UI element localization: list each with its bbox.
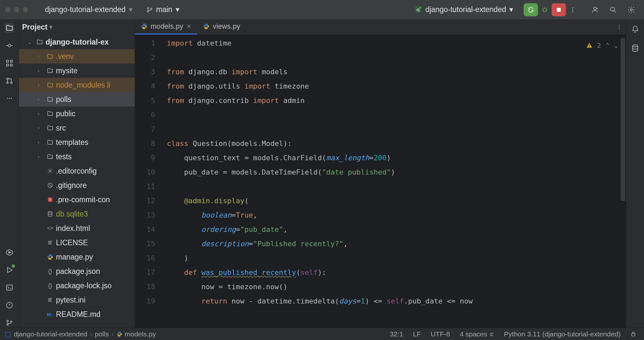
svg-point-22 xyxy=(7,98,8,99)
svg-rect-7 xyxy=(557,8,561,12)
more-actions-icon[interactable] xyxy=(569,6,577,14)
left-tool-strip xyxy=(0,19,19,328)
project-tool-header[interactable]: Project ▾ xyxy=(19,19,135,35)
tree-item[interactable]: ⌄django-tutorial-ex xyxy=(19,35,135,49)
git-branch-selector[interactable]: main ▾ xyxy=(146,5,180,14)
caret-position[interactable]: 32:1 xyxy=(387,330,407,338)
inspection-widget[interactable]: 2 ⌃ ⌄ xyxy=(586,38,618,52)
tree-arrow-icon[interactable]: › xyxy=(38,111,44,117)
tree-arrow-icon[interactable]: › xyxy=(38,68,44,74)
tree-arrow-icon[interactable]: › xyxy=(38,82,44,88)
services-tool-icon[interactable] xyxy=(5,248,14,257)
tree-item[interactable]: ›.venv xyxy=(19,49,135,64)
commit-tool-icon[interactable] xyxy=(5,41,14,50)
svg-point-11 xyxy=(594,7,596,10)
pull-requests-icon[interactable] xyxy=(5,76,14,86)
python-icon xyxy=(203,23,209,30)
tree-item[interactable]: ›tests xyxy=(19,149,135,164)
project-tree[interactable]: ⌄django-tutorial-ex›.venv›mysite›node_mo… xyxy=(19,35,135,328)
minimize-dot[interactable] xyxy=(14,7,19,12)
project-selector[interactable]: django-tutorial-extended ▾ xyxy=(45,5,133,14)
tabs-menu-icon[interactable] xyxy=(613,19,626,35)
database-tool-icon[interactable] xyxy=(630,43,640,53)
tree-item-label: .venv xyxy=(56,52,74,61)
tree-item[interactable]: .gitignore xyxy=(19,178,135,192)
terminal-tool-icon[interactable] xyxy=(5,283,14,292)
maximize-dot[interactable] xyxy=(23,7,28,12)
tree-item[interactable]: M↓README.md xyxy=(19,307,135,321)
stop-button[interactable] xyxy=(552,3,566,16)
tree-item[interactable]: ›public xyxy=(19,106,135,121)
tree-item[interactable]: pytest.ini xyxy=(19,293,135,307)
tree-arrow-icon[interactable]: › xyxy=(38,125,44,131)
chevron-right-icon: › xyxy=(112,330,114,338)
file-encoding[interactable]: UTF-8 xyxy=(427,330,453,338)
readonly-toggle-icon[interactable] xyxy=(627,331,639,337)
svg-point-33 xyxy=(51,71,52,72)
svg-rect-44 xyxy=(589,45,590,46)
tree-arrow-icon[interactable]: ⌄ xyxy=(27,39,34,45)
tree-item[interactable]: manage.py xyxy=(19,250,135,264)
tree-item[interactable]: {}package-lock.jso xyxy=(19,278,135,293)
tree-item[interactable]: ›mysite xyxy=(19,64,135,78)
debug-button[interactable] xyxy=(541,6,549,14)
editor-tab[interactable]: models.py✕ xyxy=(135,19,197,35)
json-icon: {} xyxy=(46,268,54,275)
tree-item[interactable]: ›templates xyxy=(19,135,135,149)
code-with-me-icon[interactable] xyxy=(591,6,599,14)
svg-point-23 xyxy=(9,98,10,99)
window-controls xyxy=(5,7,28,12)
next-highlight-icon[interactable]: ⌄ xyxy=(614,38,618,52)
django-icon: dj xyxy=(415,6,422,13)
run-tool-icon[interactable] xyxy=(5,265,14,275)
tree-item[interactable]: ›src xyxy=(19,121,135,135)
tree-item[interactable]: LICENSE xyxy=(19,235,135,250)
svg-marker-27 xyxy=(7,267,12,273)
run-config-selector[interactable]: dj django-tutorial-extended ▾ xyxy=(415,5,513,14)
tree-arrow-icon[interactable]: › xyxy=(38,154,44,160)
line-ending[interactable]: LF xyxy=(410,330,424,338)
svg-rect-28 xyxy=(7,285,12,290)
prev-highlight-icon[interactable]: ⌃ xyxy=(606,38,610,52)
tree-item[interactable]: db.sqlite3 xyxy=(19,207,135,221)
more-tools-icon[interactable] xyxy=(5,93,14,103)
settings-icon[interactable] xyxy=(627,6,636,14)
tree-item[interactable]: <>index.html xyxy=(19,221,135,235)
vcs-tool-icon[interactable] xyxy=(5,318,14,328)
breadcrumb-folder[interactable]: polls xyxy=(95,330,109,338)
close-tab-icon[interactable]: ✕ xyxy=(186,23,191,30)
tree-arrow-icon[interactable]: › xyxy=(38,96,44,102)
tree-item[interactable]: {}package.json xyxy=(19,264,135,278)
tree-item-label: mysite xyxy=(56,66,77,75)
breadcrumb-project[interactable]: django-tutorial-extended xyxy=(14,330,87,338)
code-editor[interactable]: 12345678910111213141516171819 import dat… xyxy=(135,35,626,328)
db-icon xyxy=(46,211,54,217)
close-dot[interactable] xyxy=(5,7,10,12)
tree-item[interactable]: ›node_modules li xyxy=(19,78,135,92)
breadcrumbs[interactable]: ▢ django-tutorial-extended › polls › mod… xyxy=(5,330,156,338)
chevron-down-icon: ▾ xyxy=(509,5,513,14)
project-tool-icon[interactable] xyxy=(5,23,14,33)
code-content[interactable]: import datetimefrom django.db import mod… xyxy=(161,35,626,328)
tree-item-label: tests xyxy=(56,152,72,161)
editor-scrollbar[interactable] xyxy=(621,38,625,201)
chevron-right-icon: › xyxy=(90,330,92,338)
python-interpreter[interactable]: Python 3.11 (django-tutorial-extended) xyxy=(501,330,624,338)
editor-tab[interactable]: views.py xyxy=(197,19,246,35)
tree-item-label: pytest.ini xyxy=(56,296,86,305)
tree-item[interactable]: .editorconfig xyxy=(19,164,135,178)
notifications-icon[interactable] xyxy=(630,24,640,34)
tree-arrow-icon[interactable]: › xyxy=(38,53,44,59)
tree-item-label: polls xyxy=(56,95,71,104)
tree-arrow-icon[interactable]: › xyxy=(38,139,44,145)
run-button[interactable] xyxy=(524,3,538,16)
breadcrumb-file[interactable]: models.py xyxy=(125,330,156,338)
tree-item[interactable]: ›polls xyxy=(19,92,135,106)
search-icon[interactable] xyxy=(609,6,617,14)
structure-tool-icon[interactable] xyxy=(5,58,14,68)
folder-icon xyxy=(46,125,54,131)
problems-tool-icon[interactable] xyxy=(5,300,14,310)
tree-item[interactable]: Y.pre-commit-con xyxy=(19,192,135,207)
folder-src-icon xyxy=(46,96,54,103)
indent-setting[interactable]: 4 spaces xyxy=(457,330,498,338)
